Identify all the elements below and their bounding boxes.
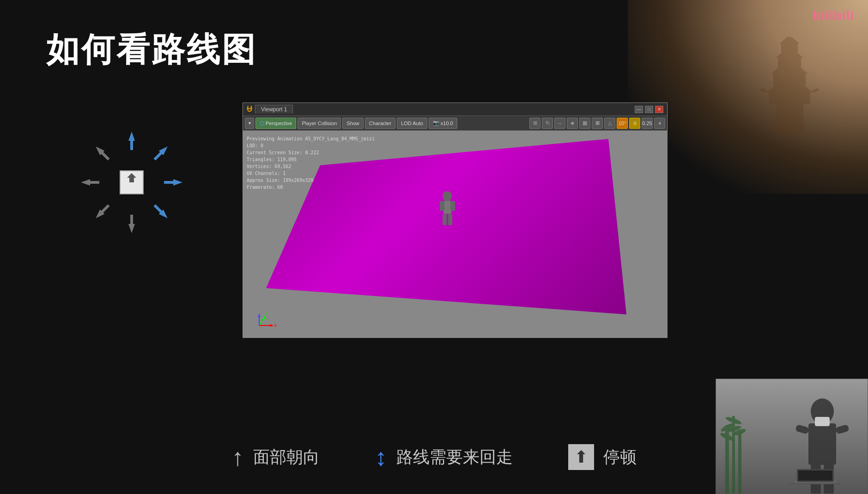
svg-rect-52 bbox=[790, 483, 841, 484]
svg-rect-26 bbox=[448, 214, 452, 225]
svg-marker-17 bbox=[93, 144, 111, 162]
debug-line-8: Framerate: 60 bbox=[247, 184, 375, 191]
legend-text-3: 停顿 bbox=[603, 446, 637, 469]
viewport-toolbar: ▾ ⬡ Perspective Player Collision Show Ch… bbox=[243, 116, 667, 131]
legend-icon-3: ⬆ bbox=[568, 444, 594, 470]
svg-marker-13 bbox=[128, 132, 135, 150]
svg-rect-0 bbox=[776, 102, 803, 134]
svg-marker-14 bbox=[152, 144, 170, 162]
svg-marker-8 bbox=[779, 37, 800, 44]
degree-btn[interactable]: 10° bbox=[617, 118, 628, 129]
viewport-window: Ʉ Viewport 1 — □ ✕ ▾ ⬡ Perspective Playe… bbox=[243, 102, 668, 338]
rotate-icon-btn[interactable]: ↻ bbox=[542, 118, 553, 129]
toolbar-dropdown[interactable]: ▾ bbox=[245, 118, 254, 129]
svg-rect-7 bbox=[781, 44, 798, 52]
legend-text-2: 路线需要来回走 bbox=[396, 446, 513, 469]
temple-silhouette bbox=[720, 32, 859, 134]
svg-rect-24 bbox=[450, 201, 455, 211]
compass-graphic bbox=[67, 118, 196, 247]
legend-item-1: ↑ 面部朝向 bbox=[232, 443, 320, 471]
webcam-background bbox=[716, 379, 868, 494]
legend-item-3: ⬆ 停顿 bbox=[568, 444, 637, 470]
viewport-content[interactable]: Previewing Animation AS_DYCY_Lang_04_MMS… bbox=[243, 131, 667, 337]
svg-marker-32 bbox=[258, 314, 261, 317]
svg-rect-54 bbox=[798, 470, 832, 481]
svg-rect-25 bbox=[443, 214, 447, 225]
debug-line-2: LOD: 0 bbox=[247, 142, 375, 149]
svg-line-29 bbox=[259, 316, 265, 325]
svg-marker-9 bbox=[759, 88, 769, 92]
svg-rect-5 bbox=[778, 58, 801, 68]
debug-line-4: Triangles: 119,095 bbox=[247, 156, 375, 163]
camera-icon: 📷 bbox=[433, 120, 439, 126]
maximize-button[interactable]: □ bbox=[645, 106, 653, 113]
window-controls: — □ ✕ bbox=[635, 106, 663, 113]
svg-marker-19 bbox=[93, 203, 111, 221]
show-button[interactable]: Show bbox=[342, 118, 364, 129]
local-icon-btn[interactable]: ◈ bbox=[567, 118, 578, 129]
svg-point-21 bbox=[443, 191, 452, 201]
legend-item-2: ↕ 路线需要来回走 bbox=[375, 443, 513, 471]
bilibili-logo: bilibili bbox=[813, 8, 854, 23]
debug-info: Previewing Animation AS_DYCY_Lang_04_MMS… bbox=[247, 135, 375, 191]
triangle-icon-btn[interactable]: △ bbox=[604, 118, 615, 129]
multiplier-button[interactable]: 📷 x10.0 bbox=[429, 118, 457, 129]
unreal-icon: Ʉ bbox=[247, 105, 252, 114]
viewport-titlebar: Ʉ Viewport 1 — □ ✕ bbox=[243, 103, 667, 116]
viewport-tab[interactable]: Viewport 1 bbox=[255, 105, 293, 114]
svg-rect-22 bbox=[443, 201, 451, 214]
value-btn[interactable]: 0.25 bbox=[642, 118, 653, 129]
svg-text:X: X bbox=[274, 323, 277, 328]
surface-icon-btn[interactable]: ▦ bbox=[579, 118, 590, 129]
svg-marker-15 bbox=[164, 179, 182, 186]
svg-text:Y: Y bbox=[266, 312, 268, 316]
scale-icon-btn[interactable]: ↔ bbox=[554, 118, 565, 129]
character-button[interactable]: Character bbox=[365, 118, 395, 129]
debug-line-3: Current Screen Size: 0.222 bbox=[247, 149, 375, 156]
svg-rect-50 bbox=[815, 417, 830, 426]
svg-marker-18 bbox=[81, 179, 99, 186]
close-button[interactable]: ✕ bbox=[655, 106, 663, 113]
minimize-button[interactable]: — bbox=[635, 106, 643, 113]
viewport-scene[interactable]: Previewing Animation AS_DYCY_Lang_04_MMS… bbox=[243, 131, 667, 337]
svg-marker-28 bbox=[270, 324, 273, 327]
page-title: 如何看路线图 bbox=[46, 28, 257, 72]
svg-rect-38 bbox=[738, 430, 741, 494]
debug-line-7: Approx Size: 199x269x320 bbox=[247, 177, 375, 184]
legend-text-1: 面部朝向 bbox=[253, 446, 320, 469]
player-collision-button[interactable]: Player Collision bbox=[297, 118, 341, 129]
svg-rect-23 bbox=[440, 201, 444, 211]
svg-marker-10 bbox=[810, 88, 819, 92]
svg-rect-1 bbox=[769, 92, 810, 104]
grid-icon-btn[interactable]: ⊞ bbox=[592, 118, 603, 129]
svg-marker-16 bbox=[152, 203, 170, 221]
svg-rect-45 bbox=[808, 423, 836, 465]
debug-line-6: UV Channels: 1 bbox=[247, 170, 375, 177]
legend-icon-2: ↕ bbox=[375, 443, 387, 471]
snap-icon-btn[interactable]: 🔒 bbox=[629, 118, 640, 129]
translate-icon-btn[interactable]: ⊞ bbox=[529, 118, 540, 129]
debug-line-1: Previewing Animation AS_DYCY_Lang_04_MMS… bbox=[247, 135, 375, 142]
debug-line-5: Vertices: 69,562 bbox=[247, 163, 375, 170]
legend-icon-1: ↑ bbox=[232, 443, 244, 471]
webcam-inset bbox=[716, 379, 868, 494]
perspective-button[interactable]: ⬡ Perspective bbox=[255, 118, 296, 129]
perspective-icon: ⬡ bbox=[260, 120, 264, 127]
svg-rect-3 bbox=[773, 74, 806, 85]
axis-indicator: X Y bbox=[255, 312, 278, 332]
layer-btn[interactable]: 4 bbox=[654, 118, 665, 129]
lod-auto-button[interactable]: LOD Auto bbox=[397, 118, 427, 129]
svg-marker-20 bbox=[128, 215, 135, 233]
character-figure bbox=[437, 191, 458, 228]
